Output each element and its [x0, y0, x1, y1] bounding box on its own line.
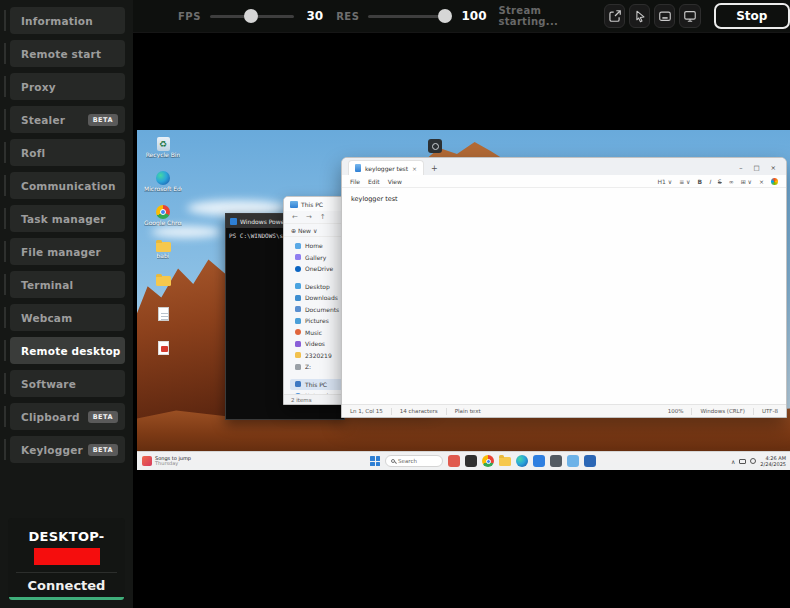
pdf-shortcut[interactable]: [144, 341, 182, 375]
sidebar: Information Remote start Proxy Stealer B…: [0, 0, 133, 608]
notepad-tab[interactable]: keylogger test ×: [348, 160, 424, 175]
cursor-control-button[interactable]: [629, 4, 650, 28]
edge-taskbar-icon[interactable]: [516, 455, 528, 467]
sidebar-item-remote-start[interactable]: Remote start: [10, 40, 125, 67]
store-taskbar-icon[interactable]: [533, 455, 545, 467]
zoom-level[interactable]: 100%: [668, 408, 684, 414]
stream-toolbar: FPS 30 RES 100 Stream starting...: [133, 0, 790, 33]
sidebar-item-label: Stealer: [21, 114, 65, 126]
sidebar-item-information[interactable]: Information: [10, 7, 125, 34]
sidebar-item-label: Webcam: [21, 312, 72, 324]
chrome-taskbar-icon[interactable]: [482, 455, 494, 467]
fps-slider-thumb[interactable]: [244, 9, 258, 23]
notepad-window[interactable]: keylogger test × + – □ × File Edit: [341, 157, 787, 418]
app-window: Information Remote start Proxy Stealer B…: [0, 0, 790, 608]
sidebar-item-task-manager[interactable]: Task manager: [10, 205, 125, 232]
format-toolbar: H1 ∨ ≡ ∨ B I S ∞ ⊞ ∨ ×: [658, 178, 779, 185]
tray-chevron-icon[interactable]: ∧: [731, 458, 735, 465]
table-icon[interactable]: ⊞ ∨: [741, 178, 752, 185]
sidebar-item-terminal[interactable]: Terminal: [10, 271, 125, 298]
new-tab-button[interactable]: +: [431, 164, 438, 175]
taskbar-clock[interactable]: 4:26 AM 2/24/2025: [760, 455, 786, 467]
drive-icon: [295, 364, 301, 370]
monitor-button[interactable]: [679, 4, 700, 28]
link-icon[interactable]: ∞: [729, 178, 734, 185]
res-slider[interactable]: [368, 9, 449, 23]
new-button[interactable]: ⊕ New ∨: [291, 227, 317, 234]
sidebar-item-rofl[interactable]: Rofl: [10, 139, 125, 166]
terminal-taskbar-icon[interactable]: [550, 455, 562, 467]
network-tray-icon[interactable]: [750, 458, 756, 464]
task-view-icon[interactable]: [465, 455, 477, 467]
up-icon[interactable]: ↑: [320, 213, 326, 221]
powershell-icon: [230, 218, 237, 225]
sidebar-item-label: Keylogger: [21, 444, 83, 456]
strikethrough-icon[interactable]: S: [718, 178, 722, 185]
sidebar-item-file-manager[interactable]: File manager: [10, 238, 125, 265]
window-controls: – □ ×: [739, 164, 780, 175]
stop-button[interactable]: Stop: [714, 3, 790, 29]
monitor-icon: [683, 9, 697, 23]
list-icon[interactable]: ≡ ∨: [679, 178, 690, 185]
main-area: FPS 30 RES 100 Stream starting...: [133, 0, 790, 608]
notepad-taskbar-icon[interactable]: [567, 455, 579, 467]
notepad-menubar: File Edit View H1 ∨ ≡ ∨ B I S ∞ ⊞ ∨ ×: [342, 175, 786, 188]
taskbar-search[interactable]: Search: [385, 455, 443, 467]
maximize-icon[interactable]: □: [753, 164, 759, 172]
sidebar-item-label: Task manager: [21, 213, 106, 225]
powershell-taskbar-icon[interactable]: [584, 455, 596, 467]
edge-shortcut[interactable]: Microsoft Edge: [144, 171, 182, 205]
menu-file[interactable]: File: [350, 178, 360, 185]
recycle-bin-shortcut[interactable]: ♻ Recycle Bin: [144, 137, 182, 171]
menu-view[interactable]: View: [388, 178, 402, 185]
back-icon[interactable]: ←: [292, 213, 298, 221]
stream-status-text: Stream starting...: [499, 5, 591, 27]
connection-indicator-bar: [9, 597, 124, 600]
taskbar-toggle-button[interactable]: [654, 4, 675, 28]
sidebar-item-label: File manager: [21, 246, 101, 258]
sidebar-item-clipboard[interactable]: Clipboard BETA: [10, 403, 125, 430]
host-card: DESKTOP- Connected: [8, 518, 125, 600]
pictures-icon: [295, 318, 301, 324]
sidebar-item-label: Clipboard: [21, 411, 80, 423]
menu-edit[interactable]: Edit: [368, 178, 380, 185]
sidebar-item-proxy[interactable]: Proxy: [10, 73, 125, 100]
char-count: 14 characters: [400, 408, 438, 414]
videos-icon: [295, 341, 301, 347]
heading-icon[interactable]: H1 ∨: [658, 178, 673, 185]
minimize-icon[interactable]: –: [739, 164, 742, 172]
sidebar-item-keylogger[interactable]: Keylogger BETA: [10, 436, 125, 463]
sidebar-item-software[interactable]: Software: [10, 370, 125, 397]
bold-icon[interactable]: B: [697, 178, 702, 185]
remote-desktop-stream[interactable]: ♻ Recycle Bin Microsoft Edge Google Chro…: [137, 130, 790, 470]
folder-shortcut[interactable]: babi: [144, 239, 182, 273]
copilot-icon[interactable]: [771, 178, 778, 185]
res-slider-thumb[interactable]: [438, 9, 452, 23]
sidebar-item-stealer[interactable]: Stealer BETA: [10, 106, 125, 133]
keyboard-tray-icon[interactable]: [739, 459, 746, 464]
clear-format-icon[interactable]: ×: [759, 178, 764, 185]
sidebar-item-communication[interactable]: Communication: [10, 172, 125, 199]
start-button[interactable]: [370, 456, 380, 466]
document-shortcut[interactable]: [144, 307, 182, 341]
encoding[interactable]: UTF-8: [762, 408, 778, 414]
sidebar-item-webcam[interactable]: Webcam: [10, 304, 125, 331]
fps-slider[interactable]: [210, 9, 295, 23]
open-external-button[interactable]: [604, 4, 625, 28]
italic-icon[interactable]: I: [709, 178, 711, 185]
line-endings[interactable]: Windows (CRLF): [700, 408, 744, 414]
widgets-button[interactable]: Songs to jump Thursday: [142, 456, 191, 467]
file-explorer-taskbar-icon[interactable]: [499, 457, 511, 466]
sidebar-item-remote-desktop[interactable]: Remote desktop: [10, 337, 125, 364]
close-icon[interactable]: ×: [771, 164, 776, 172]
chrome-shortcut[interactable]: Google Chrome: [144, 205, 182, 239]
forward-icon[interactable]: →: [306, 213, 312, 221]
home-icon: [295, 243, 301, 249]
pinned-app-icon[interactable]: [448, 455, 460, 467]
folder-shortcut[interactable]: [144, 273, 182, 307]
camera-overlay-icon: [428, 139, 442, 153]
tab-close-icon[interactable]: ×: [412, 165, 417, 172]
downloads-icon: [295, 295, 301, 301]
notepad-text-area[interactable]: keylogger test: [342, 188, 786, 404]
sidebar-item-label: Software: [21, 378, 76, 390]
